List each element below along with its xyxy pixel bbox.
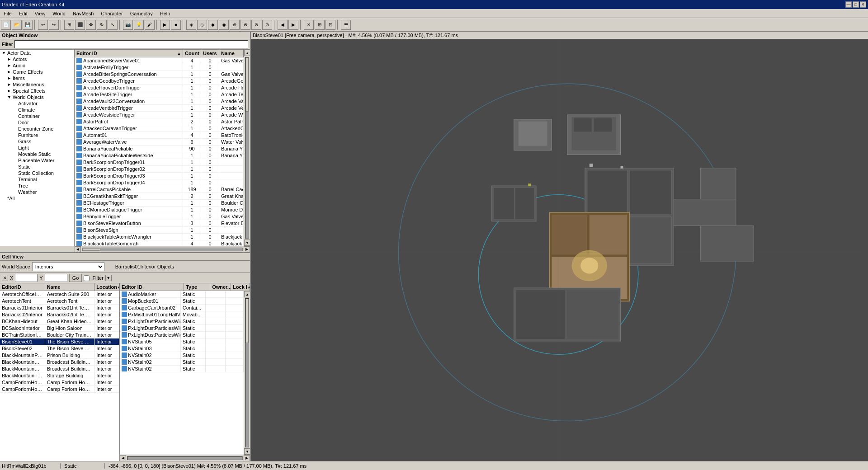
table-row[interactable]: BennyIdleTrigger10Gas Valve <box>75 213 244 220</box>
toolbar-nav1[interactable]: ◀ <box>278 20 288 30</box>
col-header-users[interactable]: Users <box>201 50 219 57</box>
menu-help[interactable]: Help <box>156 10 174 17</box>
table-row[interactable]: BisonSteveElevatorButton30Elevator Butto… <box>75 220 244 227</box>
table-row[interactable]: ArcadeGoodbyeTrigger10ArcadeGoodbyeTrigg <box>75 78 244 85</box>
tree-item[interactable]: ►Actors <box>0 56 74 62</box>
table-row[interactable]: ArcadeWestsideTrigger10Arcade Westside T… <box>75 112 244 118</box>
cell-list-row[interactable]: BCTrainStationInteriorBoulder City Train… <box>0 332 119 338</box>
table-row[interactable]: BarkScorpionDropTrigger0310 <box>75 173 244 179</box>
obj-col-editorid[interactable]: Editor ID <box>120 283 184 291</box>
table-row[interactable]: BlackjackTableAtomicWrangler10Blackjack … <box>75 234 244 240</box>
table-row[interactable]: BCGreatKhanExitTrigger20Great Khan Exit … <box>75 193 244 200</box>
scroll-track[interactable] <box>245 57 249 239</box>
cell-col-name[interactable]: Name <box>45 283 95 291</box>
obj-table-row[interactable]: MopBucket01Static <box>120 298 244 305</box>
toolbar-save[interactable]: 💾 <box>23 20 33 30</box>
cell-list-row[interactable]: BCSaloonInteriorBig Hion SaloonInterior <box>0 325 119 332</box>
scroll-left-btn[interactable]: ◀ <box>75 246 81 253</box>
toolbar-select[interactable]: ⬛ <box>75 20 85 30</box>
col-header-name[interactable]: Name <box>219 50 244 57</box>
toolbar-undo[interactable]: ↩ <box>38 20 48 30</box>
table-row[interactable]: BCHostageTrigger10Boulder City Hostage <box>75 200 244 207</box>
toolbar-x2[interactable]: ⊞ <box>315 20 325 30</box>
toolbar-camera[interactable]: 📷 <box>123 20 133 30</box>
toolbar-stop[interactable]: ■ <box>171 20 181 30</box>
menu-world[interactable]: World <box>49 10 69 17</box>
obj-htrack[interactable] <box>127 456 243 460</box>
obj-scroll-track[interactable] <box>245 298 249 447</box>
table-row[interactable]: AbandonedSewerValve0140Gas Valve <box>75 57 244 64</box>
tree-item[interactable]: Movable Static <box>0 151 74 157</box>
cell-list-row[interactable]: BCKhanHideoutGreat Khan Hideou...Interio… <box>0 318 119 325</box>
menu-edit[interactable]: Edit <box>15 10 31 17</box>
scroll-thumb[interactable] <box>245 57 249 112</box>
table-row[interactable]: ArcadeVentbirdTrigger10Arcade Ventbird T… <box>75 105 244 112</box>
cell-list-row[interactable]: BlackMountainTreas...Storage BuildingInt… <box>0 372 119 379</box>
table-row[interactable]: BarkScorpionDropTrigger0110 <box>75 159 244 166</box>
cell-list-row[interactable]: AerotechOfficeInterio...Aerotech Suite 2… <box>0 291 119 298</box>
obj-table-row[interactable]: NVStain03Static <box>120 345 244 352</box>
menu-view[interactable]: View <box>31 10 49 17</box>
table-row[interactable]: AttackedCaravanTrigger10AttackedCaravanT… <box>75 125 244 132</box>
cell-list-row[interactable]: BisonSteve01The Bison Steve H...Interior <box>0 338 119 345</box>
menu-character[interactable]: Character <box>97 10 126 17</box>
obj-scroll-down[interactable]: ▼ <box>244 448 250 455</box>
toolbar-new[interactable]: 📄 <box>1 20 11 30</box>
table-row[interactable]: ArcadeHooverDamTrigger10Arcade Hoover Da… <box>75 85 244 91</box>
tree-item[interactable]: Static Collection <box>0 170 74 176</box>
toolbar-t8[interactable]: ⊙ <box>262 20 272 30</box>
toolbar-t6[interactable]: ⊗ <box>241 20 250 30</box>
toolbar-brush[interactable]: 🖌 <box>145 20 155 30</box>
tree-item[interactable]: ►Game Effects <box>0 69 74 75</box>
obj-scroll-right[interactable]: ▶ <box>244 455 250 461</box>
tree-item[interactable]: Terminal <box>0 176 74 183</box>
cell-list-row[interactable]: AerotechTentAerotech TentInterior <box>0 298 119 305</box>
y-input[interactable] <box>45 274 67 282</box>
tree-item[interactable]: Furniture <box>0 132 74 138</box>
tree-item[interactable]: Weather <box>0 189 74 195</box>
table-row[interactable]: AverageWaterValve60Water Valve <box>75 139 244 146</box>
obj-table-row[interactable]: NVStain02Static <box>120 352 244 359</box>
obj-table-row[interactable]: NVStain02Static <box>120 359 244 366</box>
close-coord-btn[interactable]: ✕ <box>2 275 8 281</box>
tree-item[interactable]: ▼World Objects <box>0 94 74 100</box>
table-row[interactable]: ActivateEmilyTrigger10 <box>75 64 244 71</box>
menu-gameplay[interactable]: Gameplay <box>127 10 156 17</box>
tree-item[interactable]: Container <box>0 113 74 119</box>
cell-col-location[interactable]: Location ▲ <box>94 283 119 291</box>
obj-scroll-thumb[interactable] <box>245 299 249 343</box>
maximize-button[interactable]: □ <box>853 1 859 8</box>
obj-table-row[interactable]: PxLightDustParticlesWide02Static <box>120 318 244 325</box>
table-row[interactable]: ArcadeBitterSpringsConversation10Gas Val… <box>75 71 244 78</box>
toolbar-t2[interactable]: ◇ <box>197 20 207 30</box>
obj-table-row[interactable]: GarbageCanUrban02Contai... <box>120 305 244 311</box>
col-header-editorid[interactable]: Editor ID ▲ <box>75 50 183 57</box>
obj-scroll-left[interactable]: ◀ <box>120 455 126 461</box>
cell-list-row[interactable]: BlackMountainPrisonPrison BuildingInteri… <box>0 352 119 359</box>
tree-item[interactable]: ►Audio <box>0 62 74 69</box>
obj-table-row[interactable]: PxLightDustParticlesWide02Static <box>120 332 244 338</box>
tree-item[interactable]: Door <box>0 119 74 126</box>
tree-item[interactable]: ►Items <box>0 75 74 81</box>
scroll-up-btn[interactable]: ▲ <box>244 50 250 56</box>
tree-item[interactable]: *All <box>0 195 74 202</box>
obj-scroll-up[interactable]: ▲ <box>244 291 250 297</box>
table-row[interactable]: Automat0140EatoTronic 3000 <box>75 132 244 139</box>
x-input[interactable] <box>15 274 38 282</box>
tree-item[interactable]: Tree <box>0 183 74 189</box>
toolbar-menu[interactable]: ☰ <box>341 20 351 30</box>
filter-input[interactable] <box>14 40 248 48</box>
scroll-track-h[interactable] <box>82 248 243 251</box>
obj-col-lock[interactable]: Lock I ▲ <box>231 283 250 291</box>
toolbar-open[interactable]: 📂 <box>12 20 22 30</box>
toolbar-grid[interactable]: ⊞ <box>64 20 74 30</box>
toolbar-t5[interactable]: ⊕ <box>230 20 240 30</box>
tree-item[interactable]: ▼Actor Data <box>0 50 74 56</box>
cell-list-row[interactable]: CampForlornHope01Camp Forlorn Hope...Int… <box>0 379 119 386</box>
tree-item[interactable]: ►Miscellaneous <box>0 81 74 88</box>
go-button[interactable]: Go <box>69 274 82 282</box>
scroll-right-btn[interactable]: ▶ <box>244 246 250 253</box>
filter-check-btn[interactable]: ▼ <box>105 275 112 281</box>
table-row[interactable]: BarkScorpionDropTrigger0410 <box>75 179 244 186</box>
toolbar-t4[interactable]: ◉ <box>219 20 229 30</box>
